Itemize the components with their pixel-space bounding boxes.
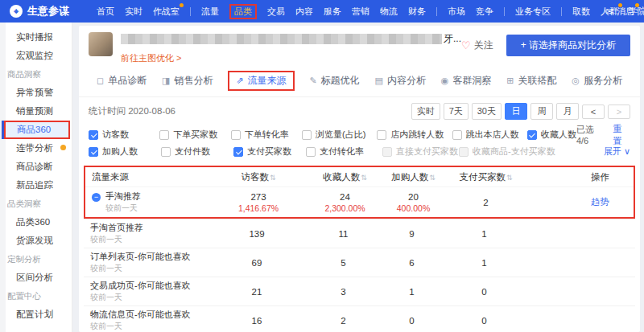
nav-item-competition[interactable]: 竞争	[476, 6, 493, 18]
message-button[interactable]: ✉ 消息	[606, 6, 634, 18]
sidebar: 实时播报 宏观监控 商品洞察 异常预警 销量预测 商品360 连带分析 商品诊断…	[0, 23, 72, 332]
sidebar-item-abnormal-alert[interactable]: 异常预警	[0, 84, 72, 102]
checkbox-icon[interactable]	[306, 147, 316, 157]
nav-item-business-zone[interactable]: 业务专区	[515, 6, 551, 18]
sort-icon[interactable]: ⇅	[361, 174, 367, 182]
trend-link[interactable]: 趋势	[591, 197, 609, 207]
prev-page-button[interactable]: <	[582, 105, 605, 119]
range-button-day[interactable]: 日	[505, 103, 527, 120]
collapse-row-icon[interactable]: −	[92, 193, 101, 202]
checkbox-icon[interactable]	[161, 147, 171, 157]
range-button-realtime[interactable]: 实时	[411, 103, 440, 120]
nav-item-finance[interactable]: 财务	[408, 6, 426, 18]
sidebar-item-product-diagnosis[interactable]: 商品诊断	[0, 158, 72, 176]
checkbox-checked-icon[interactable]	[527, 130, 537, 140]
checkbox-checked-icon[interactable]	[89, 130, 98, 140]
range-button-month[interactable]: 月	[556, 103, 579, 120]
optimize-main-image-link[interactable]: 前往主图优化 >	[121, 52, 181, 64]
filter-order-buyers[interactable]: 下单买家数	[159, 129, 230, 141]
tab-label: 关联搭配	[518, 74, 556, 88]
sidebar-item-macro-monitor[interactable]: 宏观监控	[0, 47, 72, 65]
checkbox-icon[interactable]	[302, 130, 312, 140]
table-row[interactable]: 订单列表页-你可能也喜欢 较前一天 69 5 6 1	[84, 248, 635, 277]
sidebar-item-product-360[interactable]: 商品360	[4, 121, 70, 139]
expand-label: 展开	[604, 146, 621, 156]
table-row[interactable]: 手淘首页推荐 较前一天 139 11 9 1	[84, 219, 635, 248]
collectors-value: 24	[311, 192, 379, 202]
paid-buyers-value: 1	[446, 229, 522, 239]
col-visitors-sort[interactable]: 访客数⇅	[206, 171, 311, 183]
filter-order-conversion[interactable]: 下单转化率	[231, 129, 302, 141]
sort-icon[interactable]: ⇅	[429, 174, 436, 182]
app-brand[interactable]: ⌖ 生意参谋	[10, 4, 69, 18]
nav-item-realtime[interactable]: 实时	[125, 6, 142, 18]
nav-item-content[interactable]: 内容	[295, 6, 313, 18]
checkbox-icon[interactable]	[231, 130, 241, 140]
filter-paid-items[interactable]: 支付件数	[161, 146, 233, 158]
col-collectors-sort[interactable]: 收藏人数⇅	[311, 171, 379, 183]
nav-item-logistics[interactable]: 物流	[380, 6, 398, 18]
range-button-30d[interactable]: 30天	[472, 103, 502, 120]
tab-traffic-source[interactable]: ⇗ 流量来源	[228, 71, 294, 91]
range-button-7d[interactable]: 7天	[444, 103, 469, 120]
sidebar-item-supply-discovery[interactable]: 货源发现	[0, 232, 72, 250]
tab-service-analysis[interactable]: ◎ 服务分析	[572, 74, 622, 88]
tab-title-optimization[interactable]: ✎ 标题优化	[309, 74, 359, 88]
tab-item-diagnosis[interactable]: ◻ 单品诊断	[97, 74, 147, 88]
nav-item-marketing[interactable]: 营销	[352, 6, 369, 18]
filter-visitors[interactable]: 访客数	[89, 129, 159, 141]
compare-product-button[interactable]: + 请选择商品对比分析	[506, 35, 630, 56]
table-row[interactable]: 物流信息页-你可能也喜欢 较前一天 16 2 0 0	[84, 305, 635, 332]
source-name: 手淘推荐	[105, 191, 141, 202]
col-cart-adders-sort[interactable]: 加购人数⇅	[379, 171, 448, 183]
document-icon: ▤	[374, 76, 382, 86]
heart-icon: ♡	[461, 39, 471, 51]
nav-item-data-extract[interactable]: 取数	[572, 6, 590, 18]
checkbox-icon[interactable]	[452, 130, 462, 140]
filter-pay-conversion[interactable]: 支付转化率	[306, 146, 382, 158]
tab-label: 内容分析	[387, 74, 426, 88]
filter-bounce-out[interactable]: 跳出本店人数	[452, 129, 527, 141]
follow-button[interactable]: ♡ 关注	[461, 39, 493, 52]
nav-item-service[interactable]: 服务	[324, 6, 341, 18]
checkbox-icon[interactable]	[377, 130, 386, 140]
filter-paid-buyers[interactable]: 支付买家数	[233, 146, 306, 158]
sort-icon[interactable]: ⇅	[270, 174, 276, 182]
filter-pageviews[interactable]: 浏览量(占比)	[302, 129, 377, 141]
nav-item-war-room[interactable]: 作战室	[153, 6, 180, 18]
filter-instore-jump[interactable]: 店内跳转人数	[377, 129, 452, 141]
sidebar-item-live-broadcast[interactable]: 实时播报	[0, 28, 72, 47]
reset-link[interactable]: 重置	[613, 123, 630, 147]
sidebar-item-new-product-tracking[interactable]: 新品追踪	[0, 176, 72, 195]
nav-item-traffic[interactable]: 流量	[201, 6, 219, 18]
tab-association-match[interactable]: ⊞ 关联搭配	[506, 74, 556, 88]
tab-audience-insight[interactable]: ◉ 客群洞察	[441, 74, 492, 88]
checkbox-checked-icon[interactable]	[233, 147, 243, 157]
date-range-group: 实时 7天 30天 日 周 月 < >	[411, 103, 630, 120]
nav-item-home[interactable]: 首页	[97, 6, 114, 18]
sidebar-item-range-analysis[interactable]: 区间分析	[0, 268, 72, 287]
filter-label: 下单买家数	[173, 129, 217, 141]
sidebar-section-product-insight: 商品洞察	[0, 65, 72, 84]
filter-collectors[interactable]: 收藏人数	[527, 129, 576, 141]
table-row[interactable]: − 手淘推荐 较前一天 2731,416.67% 242,300.00% 204…	[85, 186, 634, 217]
sidebar-item-config-plan[interactable]: 配置计划	[0, 305, 72, 324]
tab-sales-analysis[interactable]: ◨ 销售分析	[162, 74, 213, 88]
filter-cart-adders[interactable]: 加购人数	[89, 146, 161, 158]
next-page-button[interactable]: >	[608, 105, 630, 119]
table-row[interactable]: 交易成功页-你可能也喜欢 较前一天 21 3 1 0	[84, 277, 635, 305]
nav-item-trade[interactable]: 交易	[267, 6, 285, 18]
sort-icon[interactable]: ⇅	[506, 174, 513, 182]
sidebar-item-sales-forecast[interactable]: 销量预测	[0, 102, 72, 121]
col-paid-buyers-sort[interactable]: 支付买家数⇅	[448, 171, 524, 183]
expand-link[interactable]: 展开 ∨	[604, 146, 630, 158]
checkbox-icon[interactable]	[159, 130, 169, 140]
checkbox-checked-icon[interactable]	[89, 147, 98, 157]
nav-item-category[interactable]: 品类	[229, 4, 257, 19]
range-button-week[interactable]: 周	[530, 103, 553, 120]
filter-label: 跳出本店人数	[466, 129, 519, 141]
nav-item-market[interactable]: 市场	[448, 6, 465, 18]
sidebar-item-bundle-analysis[interactable]: 连带分析	[0, 139, 72, 158]
sidebar-item-category-360[interactable]: 品类360	[0, 213, 72, 232]
tab-content-analysis[interactable]: ▤ 内容分析	[374, 74, 425, 88]
